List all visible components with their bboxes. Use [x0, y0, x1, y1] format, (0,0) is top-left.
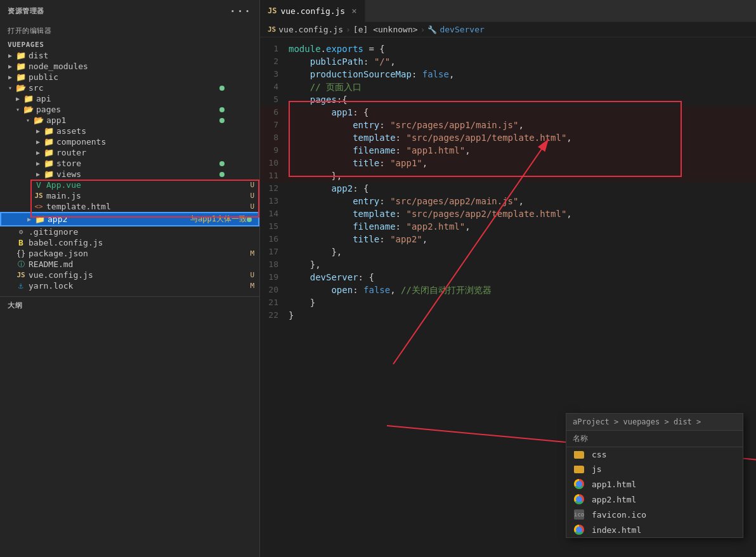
code-container: 1 module.exports = { 2 publicPath: "/", … — [260, 37, 756, 557]
tab-bar: JS vue.config.js × — [260, 0, 756, 22]
pages-dot — [219, 107, 225, 112]
file-tree: ▶ 📁 dist ▶ 📁 node_modules ▶ 📁 public — [0, 50, 259, 557]
popup-item-index-html[interactable]: index.html — [566, 522, 743, 537]
sidebar-item-src[interactable]: ▾ 📂 src — [0, 82, 259, 93]
code-line-4: 4 // 页面入口 — [260, 81, 756, 93]
sidebar-item-api[interactable]: ▶ 📁 api — [0, 93, 259, 104]
sidebar-item-gitignore[interactable]: ⚙ .gitignore — [0, 226, 259, 237]
favicon-icon: ico — [574, 509, 584, 520]
sidebar-item-components[interactable]: ▶ 📁 components — [0, 136, 259, 147]
sidebar-item-node-modules[interactable]: ▶ 📁 node_modules — [0, 61, 259, 72]
code-line-22: 22 } — [260, 309, 756, 322]
sidebar: 资源管理器 ··· 打开的编辑器 VUEPAGES ▶ 📁 dist ▶ 📁 n… — [0, 0, 260, 557]
breadcrumb-file: vue.config.js — [278, 25, 343, 34]
sidebar-item-public[interactable]: ▶ 📁 public — [0, 72, 259, 82]
code-line-5: 5 pages:{ — [260, 93, 756, 106]
sidebar-header: 资源管理器 ··· — [0, 0, 259, 22]
chrome-icon — [574, 494, 584, 504]
breadcrumb-unknown: [e] <unknown> — [353, 25, 418, 34]
store-dot — [219, 161, 225, 166]
popup-item-js[interactable]: js — [566, 462, 743, 476]
code-line-6: 6 app1: { — [260, 106, 756, 119]
tab-close-button[interactable]: × — [351, 6, 356, 16]
popup-item-label: favicon.ico — [592, 510, 646, 520]
breadcrumb-js-icon: JS — [268, 25, 276, 34]
breadcrumb-wrench-icon: 🔧 — [427, 25, 437, 34]
code-line-12: 12 app2: { — [260, 182, 756, 195]
project-label: VUEPAGES — [0, 38, 259, 50]
tab-js-icon: JS — [268, 6, 277, 15]
sidebar-item-template-html[interactable]: <> template.html U — [0, 201, 259, 212]
code-line-16: 16 title: "app2", — [260, 233, 756, 246]
code-line-11: 11 }, — [260, 169, 756, 182]
sidebar-title: 资源管理器 — [8, 6, 44, 16]
code-line-18: 18 }, — [260, 258, 756, 271]
sidebar-item-yarn-lock[interactable]: ⚓ yarn.lock M — [0, 280, 259, 291]
chrome-icon — [574, 525, 584, 535]
code-line-2: 2 publicPath: "/", — [260, 55, 756, 68]
popup-item-label: app1.html — [592, 480, 636, 489]
file-explorer-popup: aProject > vuepages > dist > 名称 css js a… — [566, 413, 743, 538]
popup-breadcrumb: aProject > vuepages > dist > — [566, 414, 743, 431]
sidebar-item-pages[interactable]: ▾ 📂 pages — [0, 104, 259, 115]
open-editors-label: 打开的编辑器 — [0, 22, 259, 38]
sidebar-item-readme[interactable]: ⓘ README.md — [0, 259, 259, 270]
code-line-10: 10 title: "app1", — [260, 157, 756, 169]
popup-item-label: index.html — [592, 525, 641, 535]
popup-item-label: js — [592, 464, 602, 474]
sidebar-menu-button[interactable]: ··· — [230, 5, 252, 17]
code-line-21: 21 } — [260, 296, 756, 309]
code-line-13: 13 entry: "src/pages/app2/main.js", — [260, 195, 756, 207]
sidebar-item-views[interactable]: ▶ 📁 views — [0, 169, 259, 180]
sidebar-item-vue-config[interactable]: JS vue.config.js U — [0, 270, 259, 280]
sidebar-item-package-json[interactable]: {} package.json M — [0, 248, 259, 259]
code-line-15: 15 filename: "app2.html", — [260, 220, 756, 233]
views-dot — [219, 172, 225, 177]
popup-item-app1-html[interactable]: app1.html — [566, 476, 743, 492]
app2-annotation: 与app1大体一致 — [190, 214, 247, 225]
popup-header: 名称 — [566, 431, 743, 447]
code-line-8: 8 template: "src/pages/app1/template.htm… — [260, 131, 756, 144]
code-line-20: 20 open: false, //关闭自动打开浏览器 — [260, 284, 756, 296]
sidebar-item-app1[interactable]: ▾ 📂 app1 — [0, 115, 259, 126]
chrome-icon — [574, 479, 584, 489]
sidebar-item-main-js[interactable]: JS main.js U — [0, 190, 259, 201]
sidebar-item-store[interactable]: ▶ 📁 store — [0, 158, 259, 169]
sidebar-item-router[interactable]: ▶ 📁 router — [0, 147, 259, 158]
popup-item-favicon[interactable]: ico favicon.ico — [566, 507, 743, 522]
sidebar-item-app2[interactable]: ▶ 📁 app2 与app1大体一致 — [0, 212, 259, 226]
sidebar-item-dist[interactable]: ▶ 📁 dist — [0, 50, 259, 61]
folder-icon — [574, 466, 584, 473]
popup-item-label: css — [592, 450, 606, 459]
folder-icon — [574, 451, 584, 459]
code-line-9: 9 filename: "app1.html", — [260, 144, 756, 157]
code-line-7: 7 entry: "src/pages/app1/main.js", — [260, 119, 756, 131]
code-line-17: 17 }, — [260, 246, 756, 258]
code-line-14: 14 template: "src/pages/app2/template.ht… — [260, 207, 756, 220]
src-dot — [219, 86, 225, 91]
app2-dot — [247, 217, 252, 222]
vue-config-tab[interactable]: JS vue.config.js × — [260, 0, 365, 22]
app1-dot — [219, 118, 225, 123]
code-line-19: 19 devServer: { — [260, 271, 756, 284]
sidebar-item-app-vue[interactable]: V App.vue U — [0, 180, 259, 190]
main-layout: 资源管理器 ··· 打开的编辑器 VUEPAGES ▶ 📁 dist ▶ 📁 n… — [0, 0, 756, 557]
popup-item-app2-html[interactable]: app2.html — [566, 492, 743, 507]
breadcrumb-devserver: devServer — [440, 25, 484, 34]
popup-item-css[interactable]: css — [566, 447, 743, 462]
tab-label: vue.config.js — [280, 6, 345, 16]
breadcrumb: JS vue.config.js › [e] <unknown> › 🔧 dev… — [260, 22, 756, 37]
code-line-1: 1 module.exports = { — [260, 43, 756, 55]
outline-label: 大纲 — [0, 296, 259, 314]
sidebar-item-babel[interactable]: B babel.config.js — [0, 237, 259, 248]
sidebar-item-assets[interactable]: ▶ 📁 assets — [0, 126, 259, 136]
code-line-3: 3 productionSourceMap: false, — [260, 68, 756, 81]
popup-item-label: app2.html — [592, 495, 636, 504]
editor-area: JS vue.config.js × JS vue.config.js › [e… — [260, 0, 756, 557]
